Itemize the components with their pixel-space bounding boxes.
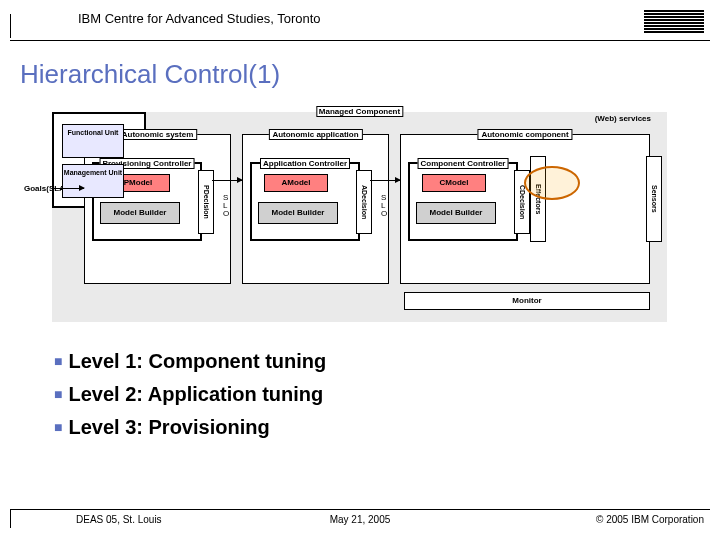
bullet-icon: ■ bbox=[54, 386, 62, 402]
sensors-box: Sensors bbox=[646, 156, 662, 242]
bullet-text: Level 3: Provisioning bbox=[68, 416, 269, 438]
arrow-icon bbox=[54, 188, 84, 189]
management-unit-box: Management Unit bbox=[62, 164, 124, 198]
bullet-list: ■Level 1: Component tuning ■Level 2: App… bbox=[54, 350, 720, 439]
amodel-box: AModel bbox=[264, 174, 328, 192]
header-title: IBM Centre for Advanced Studies, Toronto bbox=[78, 11, 321, 26]
list-item: ■Level 3: Provisioning bbox=[54, 416, 720, 439]
list-item: ■Level 1: Component tuning bbox=[54, 350, 720, 373]
monitor-box: Monitor bbox=[404, 292, 650, 310]
slide-title: Hierarchical Control(1) bbox=[20, 59, 720, 90]
arrow-icon bbox=[212, 180, 242, 181]
bullet-text: Level 2: Application tuning bbox=[68, 383, 323, 405]
web-services-label: (Web) services bbox=[595, 114, 651, 123]
ibm-logo-icon bbox=[644, 10, 704, 32]
slo-label-1: SLO bbox=[223, 194, 229, 218]
component-controller: Component Controller CModel Model Builde… bbox=[408, 162, 518, 241]
slo-label-2: SLO bbox=[381, 194, 387, 218]
list-item: ■Level 2: Application tuning bbox=[54, 383, 720, 406]
application-controller: Application Controller AModel Model Buil… bbox=[250, 162, 360, 241]
header-rule bbox=[10, 14, 67, 38]
footer-center: May 21, 2005 bbox=[330, 514, 391, 525]
layer-title: Autonomic application bbox=[268, 129, 362, 140]
footer-left: DEAS 05, St. Louis bbox=[76, 514, 162, 525]
managed-component-title: Managed Component bbox=[316, 106, 403, 117]
layer-title: Autonomic component bbox=[477, 129, 572, 140]
bullet-text: Level 1: Component tuning bbox=[68, 350, 326, 372]
functional-unit-box: Functional Unit bbox=[62, 124, 124, 158]
slide-header: IBM Centre for Advanced Studies, Toronto bbox=[10, 8, 710, 41]
architecture-diagram: Goals(SLAs) (Web) services Autonomic sys… bbox=[52, 112, 667, 322]
controller-title: Component Controller bbox=[418, 158, 509, 169]
model-builder-box: Model Builder bbox=[416, 202, 496, 224]
layer-title: Autonomic system bbox=[118, 129, 198, 140]
cmodel-box: CModel bbox=[422, 174, 486, 192]
bullet-icon: ■ bbox=[54, 419, 62, 435]
controller-title: Application Controller bbox=[260, 158, 350, 169]
highlight-oval-icon bbox=[524, 166, 580, 200]
model-builder-box: Model Builder bbox=[258, 202, 338, 224]
slide-footer: DEAS 05, St. Louis May 21, 2005 © 2005 I… bbox=[10, 509, 710, 532]
footer-rule bbox=[10, 510, 67, 528]
bullet-icon: ■ bbox=[54, 353, 62, 369]
arrow-icon bbox=[370, 180, 400, 181]
footer-right: © 2005 IBM Corporation bbox=[596, 514, 704, 525]
model-builder-box: Model Builder bbox=[100, 202, 180, 224]
